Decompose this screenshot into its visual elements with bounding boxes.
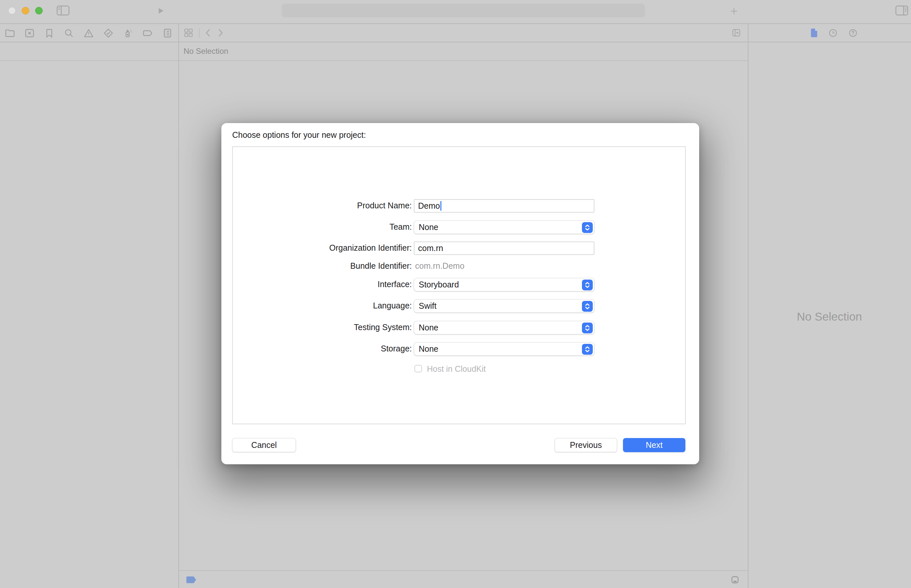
text-caret	[440, 201, 441, 211]
interface-popup[interactable]: Storyboard	[414, 278, 595, 291]
go-back-icon[interactable]	[204, 28, 212, 38]
quick-help-inspector-icon[interactable]	[848, 28, 858, 38]
popup-stepper-icon	[582, 301, 593, 312]
language-popup[interactable]: Swift	[414, 299, 595, 313]
editor-bottom-bar-toggle-icon[interactable]	[730, 575, 740, 585]
testing-system-value: None	[419, 323, 438, 333]
library-add-icon[interactable]	[729, 6, 739, 16]
toolbar-activity-view	[282, 3, 645, 18]
debug-navigator-icon[interactable]	[122, 27, 134, 39]
navigator-divider[interactable]	[178, 23, 179, 588]
breakpoint-toggle-icon[interactable]	[186, 576, 197, 584]
language-value: Swift	[419, 301, 436, 311]
product-name-value: Demo	[418, 201, 440, 211]
breakpoint-navigator-icon[interactable]	[142, 27, 154, 39]
inspector-no-selection: No Selection	[748, 310, 911, 323]
window-close-button[interactable]	[8, 7, 16, 15]
bundle-identifier-value: com.rn.Demo	[415, 261, 464, 271]
go-forward-icon[interactable]	[216, 28, 225, 38]
find-navigator-icon[interactable]	[63, 27, 75, 39]
product-name-label: Product Name:	[241, 201, 412, 210]
inspector-divider[interactable]	[748, 23, 749, 588]
testing-system-popup[interactable]: None	[414, 321, 595, 334]
run-button[interactable]	[157, 6, 165, 15]
window-zoom-button[interactable]	[35, 7, 43, 15]
report-navigator-icon[interactable]	[162, 27, 173, 39]
popup-stepper-icon	[582, 323, 593, 333]
bundle-identifier-label: Bundle Identifier:	[241, 261, 412, 271]
issue-navigator-icon[interactable]	[83, 27, 95, 39]
related-items-icon[interactable]	[183, 27, 194, 38]
bookmark-navigator-icon[interactable]	[43, 27, 55, 39]
organization-identifier-field[interactable]: com.rn	[414, 241, 595, 255]
host-in-cloudkit-label: Host in CloudKit	[427, 364, 486, 374]
host-in-cloudkit-checkbox[interactable]	[415, 365, 422, 372]
dialog-title: Choose options for your new project:	[232, 130, 366, 140]
testing-system-label: Testing System:	[241, 323, 412, 332]
popup-stepper-icon	[582, 344, 593, 355]
language-label: Language:	[241, 301, 412, 310]
storage-value: None	[419, 344, 438, 354]
next-button[interactable]: Next	[623, 438, 686, 452]
team-label: Team:	[241, 222, 412, 232]
add-editor-icon[interactable]	[731, 27, 742, 38]
team-value: None	[419, 223, 438, 232]
jumpbar-status: No Selection	[183, 47, 228, 56]
storage-popup[interactable]: None	[414, 342, 595, 356]
inspector-sidebar-toggle-icon[interactable]	[895, 5, 908, 16]
test-navigator-icon[interactable]	[102, 27, 114, 39]
interface-label: Interface:	[241, 279, 412, 289]
organization-identifier-value: com.rn	[418, 244, 443, 253]
previous-button[interactable]: Previous	[555, 438, 617, 452]
popup-stepper-icon	[582, 222, 593, 233]
organization-identifier-label: Organization Identifier:	[241, 243, 412, 253]
history-inspector-icon[interactable]	[828, 28, 838, 38]
product-name-field[interactable]: Demo	[414, 199, 595, 213]
team-popup[interactable]: None	[414, 221, 595, 234]
popup-stepper-icon	[582, 279, 593, 291]
window-minimize-button[interactable]	[22, 7, 29, 15]
file-inspector-icon[interactable]	[809, 27, 819, 38]
navigator-sidebar-toggle-icon[interactable]	[57, 5, 70, 16]
interface-value: Storyboard	[419, 280, 459, 289]
xcode-window: No Selection No Selection Choose options…	[0, 0, 911, 588]
new-project-options-dialog: Choose options for your new project: Pro…	[221, 123, 699, 464]
storage-label: Storage:	[241, 344, 412, 354]
cancel-button[interactable]: Cancel	[232, 438, 296, 452]
project-navigator-icon[interactable]	[4, 27, 16, 39]
source-control-navigator-icon[interactable]	[24, 27, 36, 39]
jumpbar-separator	[199, 28, 200, 37]
